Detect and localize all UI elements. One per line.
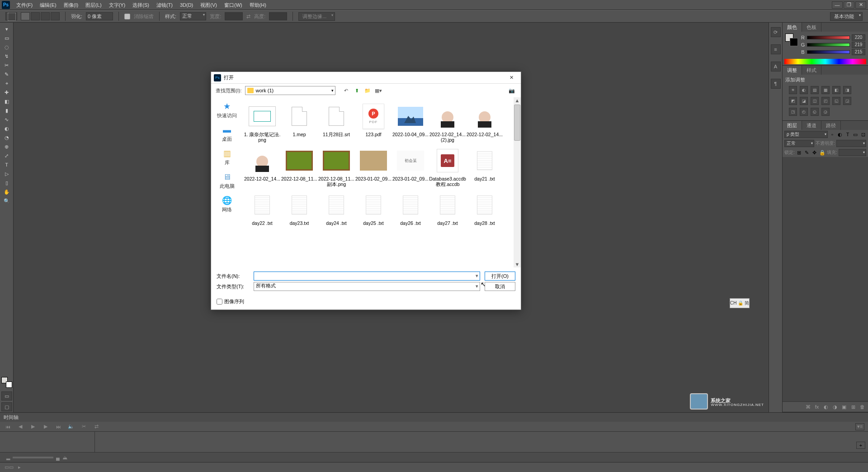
filter-text-icon[interactable]: T: [844, 131, 851, 138]
dialog-close-button[interactable]: ✕: [505, 73, 518, 82]
tab-swatches[interactable]: 色板: [802, 23, 821, 32]
tool-15[interactable]: T: [1, 160, 12, 169]
ime-indicator[interactable]: CH 🔒 简: [730, 298, 750, 308]
tool-12[interactable]: ◔: [1, 133, 12, 142]
tool-4[interactable]: ✂: [1, 61, 12, 70]
opacity-input[interactable]: [836, 140, 866, 147]
file-item[interactable]: 2022-12-02_14...: [244, 146, 281, 187]
file-item[interactable]: 初会某2023-01-02_09...: [392, 146, 429, 187]
menu-s[interactable]: 选择(S): [129, 0, 153, 10]
background-swatch[interactable]: [6, 381, 12, 388]
file-item[interactable]: A≡Database3.accdb 教程.accdb: [429, 146, 466, 187]
character-panel-icon[interactable]: A: [771, 62, 781, 72]
tool-preset-dropdown[interactable]: [5, 12, 17, 20]
tl-menu-icon[interactable]: ▾≡: [855, 423, 864, 430]
place-库[interactable]: ▥库: [213, 146, 241, 168]
screen-mode-button[interactable]: ▢: [1, 402, 12, 411]
file-item[interactable]: day22 .txt: [244, 191, 281, 226]
filetype-dropdown[interactable]: 所有格式: [254, 282, 480, 291]
history-panel-icon[interactable]: ⟳: [771, 27, 781, 37]
layer-kind-dropdown[interactable]: ρ 类型: [784, 131, 828, 138]
tab-color[interactable]: 颜色: [783, 23, 802, 32]
tl-first-icon[interactable]: ⏮: [4, 423, 12, 430]
tl-last-icon[interactable]: ⏭: [54, 423, 62, 430]
bridge-icon[interactable]: 📷: [507, 86, 516, 95]
fill-input[interactable]: [839, 149, 866, 156]
tl-transition-icon[interactable]: ⇄: [92, 423, 100, 430]
adjustment-icon-5[interactable]: ◨: [843, 86, 851, 94]
menu-e[interactable]: 编辑(E): [36, 0, 60, 10]
tab-paths[interactable]: 路径: [821, 121, 841, 130]
tool-10[interactable]: ∿: [1, 115, 12, 124]
g-value[interactable]: 219: [852, 42, 865, 48]
filter-adjust-icon[interactable]: ◐: [837, 131, 843, 138]
layer-list[interactable]: [783, 157, 868, 401]
scroll-up-icon[interactable]: ▲: [514, 97, 520, 104]
maximize-button[interactable]: ❐: [844, 1, 854, 9]
file-item[interactable]: day21 .txt: [466, 146, 503, 187]
tool-8[interactable]: ◧: [1, 97, 12, 106]
nav-views-icon[interactable]: ▦▾: [374, 86, 382, 95]
mountain-icon[interactable]: ⛰: [62, 455, 67, 460]
file-item[interactable]: 2022-12-08_11...副本.png: [318, 146, 355, 187]
tool-6[interactable]: ⌖: [1, 79, 12, 88]
adjustment-icon-14[interactable]: ◵: [811, 108, 819, 116]
menu-t[interactable]: 滤镜(T): [153, 0, 176, 10]
filename-input[interactable]: [254, 272, 480, 281]
tl-split-icon[interactable]: ✂: [80, 423, 88, 430]
filter-smart-icon[interactable]: ⊡: [860, 131, 866, 138]
delete-layer-icon[interactable]: 🗑: [859, 404, 865, 410]
menu-f[interactable]: 文件(F): [13, 0, 36, 10]
file-item[interactable]: day28 .txt: [466, 191, 503, 226]
place-此电脑[interactable]: 🖥此电脑: [213, 170, 241, 191]
tool-14[interactable]: ⤢: [1, 151, 12, 160]
close-button[interactable]: ✕: [855, 1, 866, 9]
nav-back-icon[interactable]: ↶: [342, 86, 350, 95]
tab-channels[interactable]: 通道: [802, 121, 821, 130]
zoom-out-icon[interactable]: ▂: [6, 454, 10, 460]
file-item[interactable]: 2022-12-08_11...: [281, 146, 318, 187]
menu-h[interactable]: 帮助(H): [246, 0, 270, 10]
r-value[interactable]: 220: [852, 34, 865, 41]
color-swatch-pair[interactable]: [785, 33, 798, 46]
color-swatches[interactable]: [1, 377, 12, 388]
tl-prev-icon[interactable]: ◀: [16, 423, 24, 430]
bg-swatch[interactable]: [790, 38, 798, 46]
link-layers-icon[interactable]: ⌘: [805, 404, 811, 410]
b-slider[interactable]: [807, 50, 850, 54]
file-item[interactable]: day25 .txt: [355, 191, 392, 226]
b-value[interactable]: 215: [852, 49, 865, 55]
tool-1[interactable]: ▭: [1, 33, 12, 43]
antialias-checkbox[interactable]: [124, 14, 130, 19]
refine-edge-button[interactable]: 调整边缘...: [298, 12, 335, 21]
file-grid[interactable]: 1. 康奈尔笔记法.png1.mep11月28日.srtPPDF123.pdf2…: [243, 97, 514, 267]
timeline-ruler[interactable]: +: [95, 432, 868, 452]
adjustment-icon-13[interactable]: ◴: [800, 108, 808, 116]
lookin-dropdown[interactable]: work (1): [245, 86, 335, 95]
tool-13[interactable]: ⊕: [1, 142, 12, 151]
lock-all-icon[interactable]: 🔒: [819, 149, 826, 156]
tool-11[interactable]: ◐: [1, 124, 12, 133]
nav-up-icon[interactable]: ⬆: [353, 86, 361, 95]
nav-newfolder-icon[interactable]: 📁: [363, 86, 372, 95]
tool-5[interactable]: ✎: [1, 70, 12, 79]
tab-adjustments[interactable]: 调整: [783, 66, 802, 75]
file-item[interactable]: 11月28日.srt: [318, 102, 355, 143]
image-sequence-checkbox[interactable]: [217, 299, 222, 305]
adjustment-icon-3[interactable]: ▦: [821, 86, 830, 94]
hue-ramp[interactable]: [784, 59, 866, 64]
new-group-icon[interactable]: ▣: [841, 404, 847, 410]
lock-position-icon[interactable]: ✥: [811, 149, 818, 156]
adjustment-icon-11[interactable]: ◲: [843, 97, 851, 105]
menu-w[interactable]: 窗口(W): [221, 0, 246, 10]
tl-play-icon[interactable]: ▶: [29, 423, 37, 430]
quick-mask-button[interactable]: ▭: [1, 391, 12, 400]
file-item[interactable]: day23.txt: [281, 191, 318, 226]
tool-2[interactable]: ◌: [1, 43, 12, 52]
feather-input[interactable]: 0 像素: [86, 12, 113, 20]
menu-v[interactable]: 视图(V): [197, 0, 221, 10]
scroll-thumb[interactable]: [514, 105, 520, 141]
adjustment-icon-12[interactable]: ◳: [789, 108, 797, 116]
adjustment-icon-10[interactable]: ◱: [832, 97, 840, 105]
tool-18[interactable]: ✋: [1, 187, 12, 196]
